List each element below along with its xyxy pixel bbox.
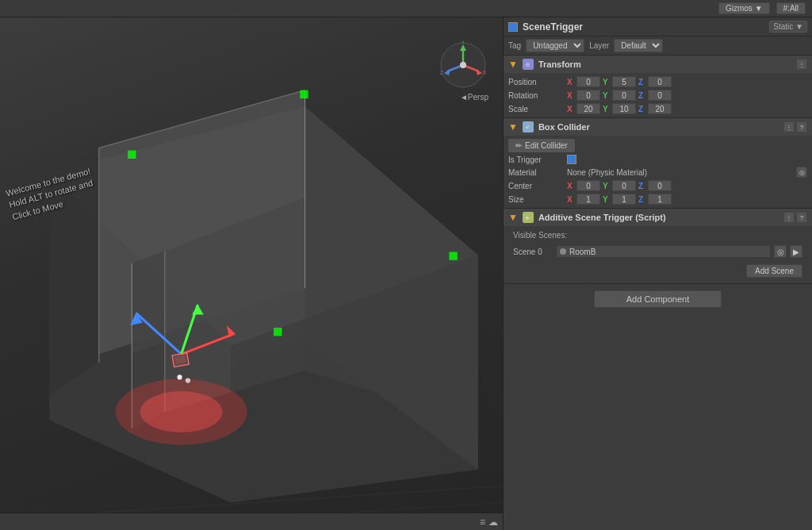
object-name: SceneTrigger xyxy=(523,21,764,33)
scene-settings-icon[interactable]: ≡ xyxy=(480,517,485,528)
scale-x-field: X xyxy=(567,103,600,114)
scale-z-input[interactable] xyxy=(648,103,672,114)
transform-fold-icon: ▼ xyxy=(508,59,518,70)
size-y-field: Y xyxy=(603,194,636,205)
size-y-input[interactable] xyxy=(612,194,636,205)
pos-y-field: Y xyxy=(603,76,636,87)
collider-options-btn[interactable]: ? xyxy=(796,121,807,132)
scene0-select-btn[interactable]: ▶ xyxy=(790,245,802,258)
script-settings-btn[interactable]: ⋮ xyxy=(783,212,795,223)
edit-collider-button[interactable]: ✏ Edit Collider xyxy=(508,139,575,152)
rot-x-input[interactable] xyxy=(576,90,600,101)
size-z-input[interactable] xyxy=(648,194,672,205)
rot-x-field: X xyxy=(567,90,600,101)
pos-x-field: X xyxy=(567,76,600,87)
svg-point-32 xyxy=(186,378,190,382)
y-axis-label: Y xyxy=(603,78,611,86)
center-x-input[interactable] xyxy=(576,180,600,191)
script-title: Additive Scene Trigger (Script) xyxy=(538,213,779,222)
transform-body: Position X Y Z xyxy=(504,73,812,117)
top-toolbar: Gizmos ▼ #:All xyxy=(0,0,812,17)
static-badge[interactable]: Static ▼ xyxy=(769,21,807,33)
scene0-options-btn[interactable]: ◎ xyxy=(774,245,787,258)
svg-text:X: X xyxy=(483,70,487,75)
scale-label: Scale xyxy=(508,105,564,113)
collider-settings-btn[interactable]: ⋮ xyxy=(783,121,795,132)
svg-text:Z: Z xyxy=(440,70,444,75)
object-active-checkbox[interactable] xyxy=(508,22,518,32)
scene-bottom-bar: ≡ ☁ xyxy=(0,513,503,530)
size-fields: X Y Z xyxy=(567,194,807,205)
rot-z-input[interactable] xyxy=(648,90,672,101)
scene-view[interactable]: Welcome to the demo! Hold ALT to rotate … xyxy=(0,17,503,530)
material-value: None (Physic Material) xyxy=(567,168,647,177)
svg-point-22 xyxy=(140,391,223,432)
tag-select[interactable]: Untagged xyxy=(526,39,584,52)
scene-cloud-icon[interactable]: ☁ xyxy=(488,517,498,528)
add-scene-button[interactable]: Add Scene xyxy=(746,264,802,278)
position-label: Position xyxy=(508,78,564,86)
pencil-icon: ✏ xyxy=(515,141,522,150)
center-label: Center xyxy=(508,182,564,190)
layer-select[interactable]: Default xyxy=(614,39,663,52)
scale-x-input[interactable] xyxy=(576,103,600,114)
gizmos-button[interactable]: Gizmos ▼ xyxy=(718,2,770,14)
center-fields: X Y Z xyxy=(567,180,807,191)
additive-scene-trigger-component: ▼ ► Additive Scene Trigger (Script) ⋮ ? … xyxy=(504,209,812,284)
scale-fields: X Y Z xyxy=(567,103,807,114)
box-collider-title: Box Collider xyxy=(538,122,779,132)
scale-row: Scale X Y Z xyxy=(508,103,807,114)
rotation-label: Rotation xyxy=(508,91,564,100)
rotation-row: Rotation X Y Z xyxy=(508,90,807,101)
z-axis-label: Z xyxy=(638,78,646,86)
scale-y-input[interactable] xyxy=(612,103,636,114)
is-trigger-checkbox[interactable] xyxy=(567,155,576,164)
add-scene-row: Add Scene xyxy=(508,262,807,280)
transform-title: Transform xyxy=(538,60,791,69)
material-row: Material None (Physic Material) ◎ xyxy=(508,167,807,178)
script-controls: ⋮ ? xyxy=(783,212,807,223)
gizmo-compass: Y X Z xyxy=(439,41,487,89)
script-header[interactable]: ▼ ► Additive Scene Trigger (Script) ⋮ ? xyxy=(504,209,812,226)
box-collider-body: ✏ Edit Collider Is Trigger Material None… xyxy=(504,136,812,208)
add-component-button[interactable]: Add Component xyxy=(594,290,722,308)
tag-layer-row: Tag Untagged Layer Default xyxy=(504,36,812,56)
pos-x-input[interactable] xyxy=(576,76,600,87)
is-trigger-row: Is Trigger xyxy=(508,155,807,164)
size-label: Size xyxy=(508,195,564,204)
pos-z-field: Z xyxy=(638,76,672,87)
box-collider-header[interactable]: ▼ ✔ Box Collider ⋮ ? xyxy=(504,118,812,136)
scene0-value: RoomB xyxy=(569,248,596,256)
all-button[interactable]: #:All xyxy=(776,2,806,14)
material-label: Material xyxy=(508,168,564,177)
svg-text:Y: Y xyxy=(462,41,465,44)
room-svg xyxy=(0,17,503,530)
room-3d-background: Welcome to the demo! Hold ALT to rotate … xyxy=(0,17,503,530)
x-axis-label: X xyxy=(567,78,575,86)
scale-y-field: Y xyxy=(603,103,636,114)
transform-header[interactable]: ▼ ⊕ Transform ⋮ xyxy=(504,56,812,73)
all-label: #:All xyxy=(783,4,799,13)
svg-rect-20 xyxy=(274,328,282,336)
center-x-field: X xyxy=(567,180,600,191)
box-collider-component: ▼ ✔ Box Collider ⋮ ? ✏ Edit Collider xyxy=(504,118,812,209)
material-select-btn[interactable]: ◎ xyxy=(796,167,807,178)
script-icon: ► xyxy=(523,212,534,223)
pos-y-input[interactable] xyxy=(612,76,636,87)
collider-controls: ⋮ ? xyxy=(783,121,807,132)
collider-fold-icon: ▼ xyxy=(508,121,518,132)
size-x-input[interactable] xyxy=(576,194,600,205)
scale-z-field: Z xyxy=(638,103,672,114)
edit-collider-row: ✏ Edit Collider xyxy=(508,139,807,152)
svg-rect-19 xyxy=(449,252,457,259)
pos-z-input[interactable] xyxy=(648,76,672,87)
collider-icon: ✔ xyxy=(523,121,534,132)
center-y-input[interactable] xyxy=(612,180,636,191)
scene0-value-field: RoomB xyxy=(556,245,771,258)
center-z-input[interactable] xyxy=(648,180,672,191)
script-options-btn[interactable]: ? xyxy=(796,212,807,223)
transform-settings-btn[interactable]: ⋮ xyxy=(796,59,807,70)
size-row: Size X Y Z xyxy=(508,194,807,205)
edit-collider-label: Edit Collider xyxy=(525,141,568,150)
rot-y-input[interactable] xyxy=(612,90,636,101)
